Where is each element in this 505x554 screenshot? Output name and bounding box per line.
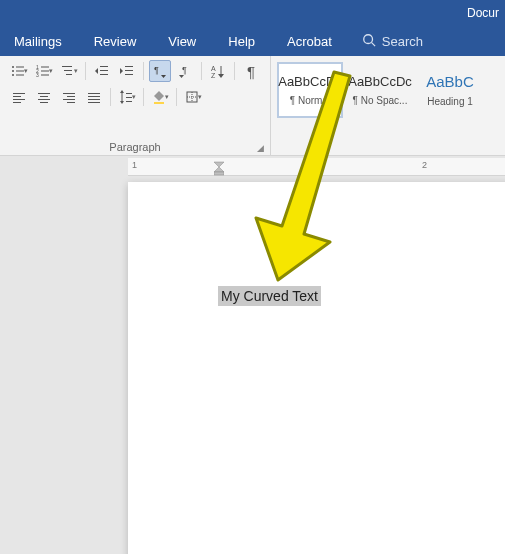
- svg-marker-50: [120, 90, 124, 93]
- svg-text:Z: Z: [211, 72, 216, 78]
- style-no-spacing[interactable]: AaBbCcDc ¶ No Spac...: [347, 62, 413, 118]
- svg-rect-54: [126, 101, 132, 102]
- svg-rect-9: [41, 67, 49, 68]
- svg-rect-45: [88, 93, 100, 94]
- svg-rect-16: [66, 74, 72, 75]
- borders-button[interactable]: ▾: [182, 86, 204, 108]
- document-page[interactable]: My Curved Text: [128, 182, 505, 554]
- numbering-button[interactable]: 123▾: [33, 60, 55, 82]
- svg-rect-13: [41, 75, 49, 76]
- svg-marker-60: [214, 167, 224, 172]
- tab-mailings[interactable]: Mailings: [4, 29, 72, 54]
- search-placeholder: Search: [382, 34, 423, 49]
- svg-marker-32: [218, 74, 224, 78]
- align-justify-button[interactable]: [83, 86, 105, 108]
- style-name-label: Heading 1: [427, 96, 473, 107]
- svg-line-1: [371, 42, 375, 46]
- svg-rect-47: [88, 99, 100, 100]
- paragraph-dialog-launcher-icon[interactable]: ◢: [257, 143, 264, 153]
- align-center-button[interactable]: [33, 86, 55, 108]
- titlebar: Docur: [0, 0, 505, 26]
- svg-marker-26: [161, 75, 166, 78]
- svg-rect-23: [125, 74, 133, 75]
- style-preview: AaBbC: [426, 73, 474, 90]
- svg-marker-28: [179, 75, 184, 78]
- svg-rect-18: [100, 70, 108, 71]
- svg-rect-48: [88, 102, 100, 103]
- svg-rect-38: [40, 96, 48, 97]
- rtl-direction-button[interactable]: ¶: [174, 60, 196, 82]
- show-hide-marks-button[interactable]: ¶: [240, 60, 262, 82]
- tab-view[interactable]: View: [158, 29, 206, 54]
- style-name-label: ¶ No Spac...: [353, 95, 408, 106]
- svg-rect-17: [100, 66, 108, 67]
- svg-point-0: [364, 34, 373, 43]
- tell-me-search[interactable]: Search: [362, 33, 423, 50]
- ribbon-tabs: Mailings Review View Help Acrobat Search: [0, 26, 505, 56]
- svg-rect-33: [13, 93, 25, 94]
- style-preview: AaBbCcDc: [348, 74, 412, 89]
- svg-text:¶: ¶: [182, 65, 187, 75]
- horizontal-ruler[interactable]: 1 2: [128, 158, 505, 176]
- selected-text[interactable]: My Curved Text: [218, 286, 321, 306]
- ruler-mark: 1: [132, 160, 137, 170]
- svg-rect-43: [63, 99, 75, 100]
- svg-point-4: [12, 70, 14, 72]
- svg-rect-39: [38, 99, 50, 100]
- svg-point-2: [12, 66, 14, 68]
- window-title: Docur: [467, 6, 499, 20]
- svg-marker-51: [120, 101, 124, 104]
- line-spacing-button[interactable]: ▾: [116, 86, 138, 108]
- paragraph-group-label: Paragraph ◢: [8, 141, 262, 155]
- svg-rect-11: [41, 71, 49, 72]
- align-right-button[interactable]: [58, 86, 80, 108]
- svg-rect-14: [62, 66, 72, 67]
- styles-gallery: AaBbCcDc ¶ Normal AaBbCcDc ¶ No Spac... …: [271, 56, 489, 155]
- svg-rect-15: [64, 70, 72, 71]
- svg-rect-22: [125, 70, 133, 71]
- svg-rect-7: [16, 75, 24, 76]
- style-preview: AaBbCcDc: [278, 74, 342, 89]
- svg-point-6: [12, 74, 14, 76]
- ruler-mark: 2: [422, 160, 427, 170]
- paragraph-group: ▾ 123▾ ▾ ¶ ¶ AZ ¶ ▾ ▾ ▾ Parag: [0, 56, 271, 155]
- svg-rect-35: [13, 99, 25, 100]
- decrease-indent-button[interactable]: [91, 60, 113, 82]
- tab-review[interactable]: Review: [84, 29, 147, 54]
- svg-marker-20: [95, 68, 98, 74]
- ribbon: ▾ 123▾ ▾ ¶ ¶ AZ ¶ ▾ ▾ ▾ Parag: [0, 56, 505, 156]
- style-normal[interactable]: AaBbCcDc ¶ Normal: [277, 62, 343, 118]
- svg-rect-19: [100, 74, 108, 75]
- indent-marker-icon[interactable]: [214, 158, 224, 176]
- svg-rect-44: [67, 102, 75, 103]
- align-left-button[interactable]: [8, 86, 30, 108]
- svg-rect-41: [63, 93, 75, 94]
- svg-rect-37: [38, 93, 50, 94]
- svg-rect-21: [125, 66, 133, 67]
- shading-button[interactable]: ▾: [149, 86, 171, 108]
- tab-help[interactable]: Help: [218, 29, 265, 54]
- svg-marker-59: [214, 162, 224, 167]
- multilevel-list-button[interactable]: ▾: [58, 60, 80, 82]
- svg-rect-46: [88, 96, 100, 97]
- search-icon: [362, 33, 376, 50]
- sort-button[interactable]: AZ: [207, 60, 229, 82]
- svg-rect-3: [16, 67, 24, 68]
- tab-acrobat[interactable]: Acrobat: [277, 29, 342, 54]
- svg-text:A: A: [211, 65, 216, 72]
- ltr-direction-button[interactable]: ¶: [149, 60, 171, 82]
- increase-indent-button[interactable]: [116, 60, 138, 82]
- svg-text:3: 3: [36, 72, 39, 78]
- style-name-label: ¶ Normal: [290, 95, 330, 106]
- style-heading-1[interactable]: AaBbC Heading 1: [417, 62, 483, 118]
- svg-rect-5: [16, 71, 24, 72]
- svg-rect-36: [13, 102, 21, 103]
- svg-marker-24: [120, 68, 123, 74]
- svg-rect-34: [13, 96, 21, 97]
- document-area: 1 2 My Curved Text: [0, 158, 505, 554]
- svg-rect-55: [154, 102, 164, 104]
- bullets-button[interactable]: ▾: [8, 60, 30, 82]
- svg-rect-61: [214, 172, 224, 175]
- svg-rect-42: [67, 96, 75, 97]
- svg-text:¶: ¶: [154, 65, 159, 75]
